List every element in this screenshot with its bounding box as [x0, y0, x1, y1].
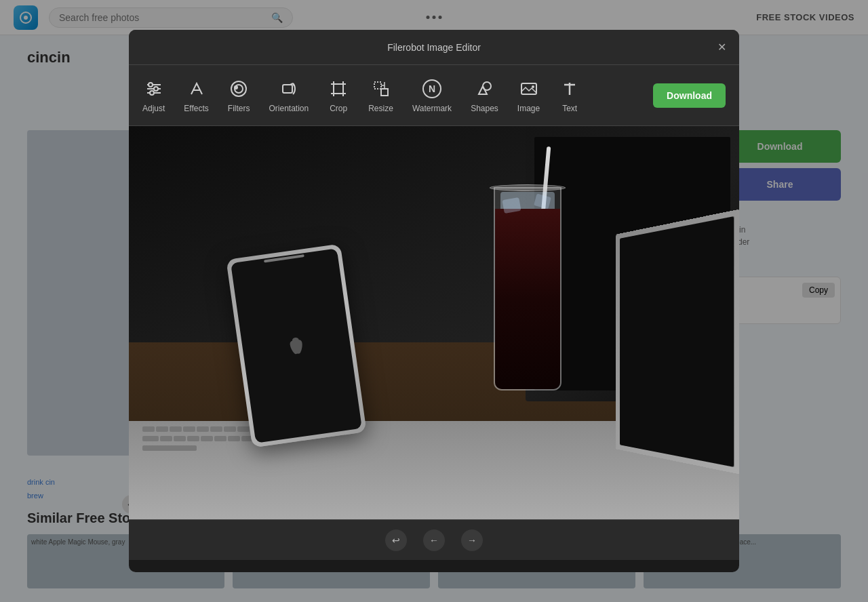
watermark-icon: N: [421, 78, 443, 100]
effects-icon: [186, 78, 208, 100]
tool-shapes[interactable]: Shapes: [471, 78, 498, 113]
filters-icon: [228, 78, 250, 100]
liquid: [495, 209, 560, 389]
undo-bottom-button[interactable]: ←: [423, 529, 445, 551]
svg-point-7: [150, 91, 154, 95]
ice-cube-1: [502, 197, 521, 214]
crop-icon: [328, 78, 349, 100]
adjust-label: Adjust: [142, 104, 165, 113]
effects-label: Effects: [184, 104, 208, 113]
key: [201, 436, 213, 441]
iphone-screen: [231, 248, 362, 443]
svg-rect-13: [334, 84, 343, 94]
key: [156, 426, 168, 432]
tool-filters[interactable]: Filters: [228, 78, 250, 113]
tool-effects[interactable]: Effects: [184, 78, 208, 113]
tool-resize[interactable]: Resize: [368, 78, 393, 113]
crop-label: Crop: [330, 104, 347, 113]
key: [214, 436, 226, 441]
shapes-label: Shapes: [471, 104, 498, 113]
image-editor-modal: Filerobot Image Editor ✕: [129, 30, 739, 572]
key: [160, 436, 172, 441]
second-laptop: [616, 209, 739, 474]
modal-header: Filerobot Image Editor ✕: [129, 30, 739, 65]
key: [210, 426, 222, 432]
history-bottom-button[interactable]: ↩: [385, 529, 407, 551]
watermark-label: Watermark: [412, 104, 452, 113]
close-button[interactable]: ✕: [713, 39, 730, 56]
orientation-label: Orientation: [269, 104, 309, 113]
svg-rect-23: [381, 89, 388, 96]
key: [224, 426, 236, 432]
key: [174, 436, 186, 441]
key: [142, 426, 155, 432]
key-space: [142, 445, 197, 451]
download-button[interactable]: Download: [653, 83, 726, 108]
key: [237, 426, 250, 432]
text-label: Text: [562, 104, 577, 113]
svg-rect-22: [374, 82, 381, 89]
key: [228, 436, 240, 441]
key: [183, 426, 195, 432]
tool-orientation[interactable]: Orientation: [269, 78, 309, 113]
svg-rect-12: [283, 85, 292, 93]
modal-title: Filerobot Image Editor: [387, 42, 481, 53]
apple-logo-icon: [285, 334, 308, 357]
svg-point-6: [154, 87, 158, 91]
tools-list: Adjust Effects: [142, 78, 653, 113]
tool-adjust[interactable]: Adjust: [142, 78, 165, 113]
modal-bottom-controls: ↩ ← →: [129, 519, 739, 560]
resize-label: Resize: [368, 104, 393, 113]
shapes-icon: [473, 78, 495, 100]
text-icon: [559, 78, 580, 100]
photo-scene: [129, 126, 739, 519]
svg-point-28: [532, 85, 534, 88]
adjust-icon: [143, 78, 165, 100]
image-icon: [518, 78, 540, 100]
second-laptop-screen: [620, 216, 734, 467]
tool-text[interactable]: Text: [559, 78, 580, 113]
svg-point-9: [231, 81, 246, 96]
svg-point-11: [234, 85, 238, 89]
key: [170, 426, 182, 432]
drink-glass: [487, 174, 568, 390]
editor-canvas: [129, 126, 739, 519]
glass-rim: [490, 184, 566, 191]
image-label: Image: [517, 104, 540, 113]
tool-image[interactable]: Image: [517, 78, 540, 113]
filters-label: Filters: [228, 104, 250, 113]
orientation-icon: [278, 78, 300, 100]
svg-point-5: [149, 83, 153, 87]
key: [197, 426, 209, 432]
key: [142, 436, 159, 441]
resize-icon: [370, 78, 392, 100]
key: [187, 436, 199, 441]
editor-toolbar: Adjust Effects: [129, 65, 739, 126]
tool-watermark[interactable]: N Watermark: [412, 78, 452, 113]
tool-crop[interactable]: Crop: [328, 78, 349, 113]
glass-body: [494, 187, 561, 390]
redo-bottom-button[interactable]: →: [461, 529, 483, 551]
modal-overlay: Filerobot Image Editor ✕: [0, 0, 868, 602]
